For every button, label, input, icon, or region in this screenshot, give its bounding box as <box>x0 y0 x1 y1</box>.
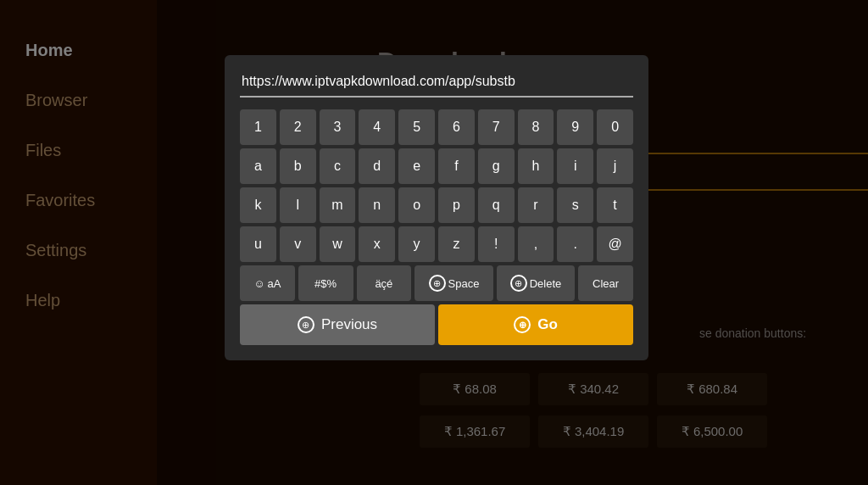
go-button[interactable]: ⊕ Go <box>438 304 633 345</box>
key-h[interactable]: h <box>518 148 554 184</box>
key-w[interactable]: w <box>320 226 356 262</box>
key-at[interactable]: @ <box>597 226 633 262</box>
key-y[interactable]: y <box>398 226 435 262</box>
keyboard-row-special: ☺ aA #$% äçé ⊕ Space ⊕ Delete Clear <box>240 265 633 301</box>
key-b[interactable]: b <box>280 148 316 184</box>
keyboard-modal: 1 2 3 4 5 6 7 8 9 0 a b c d e f g h i j … <box>225 55 648 360</box>
key-v[interactable]: v <box>280 226 316 262</box>
keyboard-row-letters1: a b c d e f g h i j <box>240 148 633 184</box>
previous-label: Previous <box>321 316 377 333</box>
delete-label: Delete <box>530 277 562 290</box>
key-n[interactable]: n <box>359 187 395 223</box>
key-d[interactable]: d <box>359 148 395 184</box>
key-5[interactable]: 5 <box>398 109 435 145</box>
space-label: Space <box>448 277 480 290</box>
key-q[interactable]: q <box>478 187 515 223</box>
clear-label: Clear <box>593 277 619 290</box>
key-delete[interactable]: ⊕ Delete <box>497 265 576 301</box>
key-g[interactable]: g <box>478 148 515 184</box>
keyboard-row-letters3: u v w x y z ! , . @ <box>240 226 633 262</box>
accents-label: äçé <box>375 277 392 290</box>
key-r[interactable]: r <box>518 187 554 223</box>
previous-button[interactable]: ⊕ Previous <box>240 304 435 345</box>
key-3[interactable]: 3 <box>320 109 356 145</box>
key-s[interactable]: s <box>557 187 593 223</box>
key-1[interactable]: 1 <box>240 109 276 145</box>
key-7[interactable]: 7 <box>478 109 515 145</box>
key-symbols[interactable]: #$% <box>298 265 353 301</box>
key-e[interactable]: e <box>398 148 435 184</box>
space-icon: ⊕ <box>429 275 446 292</box>
delete-icon: ⊕ <box>510 275 527 292</box>
key-accents[interactable]: äçé <box>357 265 412 301</box>
key-m[interactable]: m <box>320 187 356 223</box>
key-0[interactable]: 0 <box>597 109 633 145</box>
key-emoji[interactable]: ☺ aA <box>240 265 295 301</box>
key-4[interactable]: 4 <box>359 109 395 145</box>
url-input[interactable] <box>240 70 633 98</box>
key-comma[interactable]: , <box>518 226 554 262</box>
key-z[interactable]: z <box>438 226 475 262</box>
key-clear[interactable]: Clear <box>578 265 633 301</box>
key-k[interactable]: k <box>240 187 276 223</box>
key-6[interactable]: 6 <box>438 109 475 145</box>
keyboard-row-numbers: 1 2 3 4 5 6 7 8 9 0 <box>240 109 633 145</box>
key-o[interactable]: o <box>398 187 435 223</box>
key-2[interactable]: 2 <box>280 109 316 145</box>
key-c[interactable]: c <box>320 148 356 184</box>
key-l[interactable]: l <box>280 187 316 223</box>
action-row: ⊕ Previous ⊕ Go <box>240 304 633 345</box>
key-f[interactable]: f <box>438 148 475 184</box>
key-i[interactable]: i <box>557 148 593 184</box>
key-space[interactable]: ⊕ Space <box>415 265 493 301</box>
key-8[interactable]: 8 <box>518 109 554 145</box>
key-exclaim[interactable]: ! <box>478 226 515 262</box>
key-p[interactable]: p <box>438 187 475 223</box>
key-period[interactable]: . <box>557 226 593 262</box>
key-u[interactable]: u <box>240 226 276 262</box>
keyboard-row-letters2: k l m n o p q r s t <box>240 187 633 223</box>
go-icon: ⊕ <box>514 316 531 333</box>
key-x[interactable]: x <box>359 226 395 262</box>
case-label: aA <box>268 277 281 290</box>
key-9[interactable]: 9 <box>557 109 593 145</box>
key-t[interactable]: t <box>597 187 633 223</box>
key-a[interactable]: a <box>240 148 276 184</box>
emoji-icon: ☺ <box>253 277 264 290</box>
symbols-label: #$% <box>314 277 337 290</box>
key-j[interactable]: j <box>597 148 633 184</box>
go-label: Go <box>537 316 558 333</box>
previous-icon: ⊕ <box>298 316 314 333</box>
